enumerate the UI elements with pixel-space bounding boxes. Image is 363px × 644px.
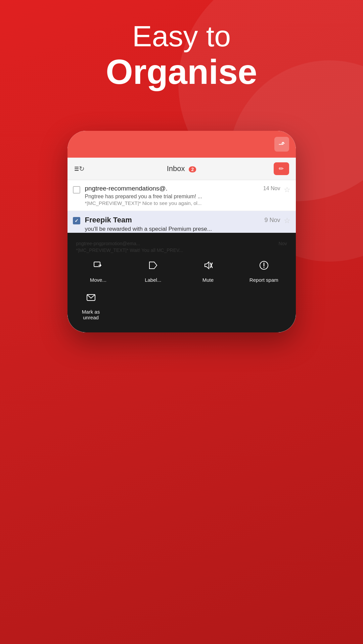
email-date-1: 14 Nov — [263, 185, 280, 192]
action-spam-label: Report spam — [249, 277, 278, 283]
behind-preview-1: *|MC_PREVIEW_TEXT|* Wait! You all MC_PRE… — [76, 248, 287, 253]
header: Easy to Organise — [0, 20, 363, 91]
email-content-1: pngtree-recommendations@. 14 Nov Pngtree… — [85, 185, 280, 206]
action-move[interactable]: Move... — [85, 256, 111, 283]
email-subject-2: you'll be rewarded with a special Premiu… — [85, 226, 280, 232]
action-bar-row1: Move... Label... — [71, 256, 292, 283]
email-list: pngtree-recommendations@. 14 Nov Pngtree… — [67, 180, 296, 332]
svg-rect-0 — [94, 262, 100, 267]
action-mark-unread[interactable]: Mark as unread — [78, 288, 104, 320]
checkbox-1[interactable] — [73, 186, 80, 194]
refresh-icon[interactable]: ↻ — [79, 165, 85, 173]
action-label[interactable]: Label... — [140, 256, 167, 283]
email-header-row-1: pngtree-recommendations@. 14 Nov — [85, 185, 280, 192]
action-mute-label: Mute — [202, 277, 214, 283]
menu-icon[interactable]: ☰ — [74, 166, 79, 172]
action-mute[interactable]: Mute — [194, 256, 221, 283]
toolbar-right: ✏ — [274, 162, 289, 175]
action-bar-row2: Mark as unread — [71, 288, 292, 320]
action-bar: pngtree-pngpromotion@ema... Nov *|MC_PRE… — [67, 233, 296, 332]
email-subject-1: Pngtree has prepared you a free trial pr… — [85, 194, 280, 200]
email-sender-2: Freepik Team — [85, 216, 132, 224]
phone-mockup-container: ⬏ ☰ ↻ Inbox 2 ✏ pngtree-recommendations@… — [67, 131, 296, 332]
behind-date-1: Nov — [279, 241, 287, 246]
star-icon-1[interactable]: ☆ — [284, 185, 290, 194]
mute-icon — [199, 256, 217, 274]
exit-icon[interactable]: ⬏ — [274, 137, 289, 152]
email-sender-1: pngtree-recommendations@. — [85, 185, 168, 192]
behind-sender-1: pngtree-pngpromotion@ema... — [76, 241, 140, 246]
compose-button[interactable]: ✏ — [274, 162, 289, 175]
action-spam[interactable]: Report spam — [249, 256, 278, 283]
svg-point-5 — [263, 267, 264, 268]
email-date-2: 9 Nov — [264, 217, 280, 224]
action-mark-unread-label: Mark as unread — [82, 309, 100, 320]
label-icon — [144, 256, 162, 274]
mark-unread-icon — [82, 288, 100, 306]
checkbox-2[interactable] — [73, 217, 80, 224]
inbox-badge: 2 — [189, 166, 196, 172]
star-icon-2[interactable]: ☆ — [284, 216, 290, 225]
phone-mockup: ⬏ ☰ ↻ Inbox 2 ✏ pngtree-recommendations@… — [67, 131, 296, 332]
action-move-label: Move... — [90, 277, 106, 283]
email-item-1[interactable]: pngtree-recommendations@. 14 Nov Pngtree… — [67, 180, 296, 211]
phone-top-bar: ⬏ — [67, 131, 296, 158]
inbox-label: Inbox 2 — [167, 164, 196, 173]
email-toolbar: ☰ ↻ Inbox 2 ✏ — [67, 158, 296, 180]
header-line1: Easy to — [0, 20, 363, 53]
email-preview-1: *|MC_PREVIEW_TEXT|* Nice to see you agai… — [85, 200, 280, 206]
email-header-row-2: Freepik Team 9 Nov — [85, 216, 280, 224]
header-line2: Organise — [0, 53, 363, 91]
inbox-text: Inbox — [167, 164, 185, 173]
move-icon — [89, 256, 107, 274]
spam-icon — [255, 256, 273, 274]
action-label-label: Label... — [145, 277, 161, 283]
